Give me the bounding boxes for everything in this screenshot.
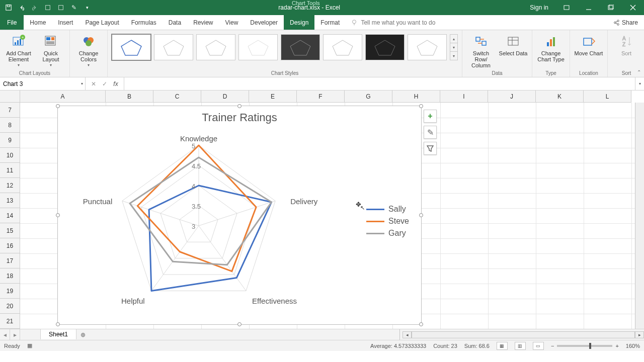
column-header[interactable]: J — [488, 90, 536, 103]
row-header[interactable]: 18 — [0, 268, 20, 284]
chart-plot-area[interactable]: KnowledgeDeliveryEffectivenessHelpfulPun… — [98, 130, 330, 311]
row-header[interactable]: 20 — [0, 299, 20, 314]
horizontal-scrollbar[interactable]: ◂▸ — [403, 329, 644, 340]
tab-scroll-left-icon[interactable]: ◂ — [0, 329, 10, 340]
macro-record-icon[interactable]: ▦ — [27, 342, 32, 349]
chart-style-1[interactable] — [112, 34, 151, 60]
worksheet-grid[interactable]: ABCDEFGHIJKL 789101112131415161718192021… — [0, 90, 644, 329]
tab-format[interactable]: Format — [314, 15, 346, 30]
row-header[interactable]: 9 — [0, 133, 20, 148]
chart-style-7[interactable] — [365, 34, 405, 60]
cancel-formula-icon[interactable]: ✕ — [90, 80, 98, 87]
zoom-out-icon[interactable]: − — [551, 343, 554, 349]
row-header[interactable]: 14 — [0, 208, 20, 223]
legend-item[interactable]: Gary — [366, 229, 409, 238]
vertical-scrollbar[interactable] — [635, 103, 644, 329]
chart-legend[interactable]: SallySteveGary — [366, 202, 409, 241]
close-icon[interactable] — [622, 0, 644, 15]
row-header[interactable]: 16 — [0, 238, 20, 253]
chart-filters-button[interactable] — [424, 142, 437, 155]
tab-file[interactable]: File — [0, 15, 24, 30]
enter-formula-icon[interactable]: ✓ — [101, 80, 109, 87]
column-header[interactable]: I — [440, 90, 488, 103]
tab-scroll-right-icon[interactable]: ▸ — [10, 329, 20, 340]
qat-btn-3[interactable]: ✎ — [68, 2, 79, 13]
tab-review[interactable]: Review — [187, 15, 219, 30]
redo-icon[interactable] — [29, 2, 40, 13]
chart-style-8[interactable] — [408, 34, 447, 60]
tab-insert[interactable]: Insert — [52, 15, 79, 30]
row-header[interactable]: 10 — [0, 148, 20, 163]
row-header[interactable]: 17 — [0, 253, 20, 268]
chart-style-6[interactable] — [323, 34, 362, 60]
column-header[interactable]: C — [153, 90, 201, 103]
column-header[interactable]: F — [297, 90, 345, 103]
expand-formula-bar-icon[interactable]: ▾ — [635, 77, 644, 90]
row-header[interactable]: 19 — [0, 284, 20, 299]
style-gallery-scroll[interactable]: ▴▾▾ — [450, 34, 458, 60]
fx-icon[interactable]: fx — [112, 80, 120, 87]
tab-formulas[interactable]: Formulas — [125, 15, 163, 30]
row-header[interactable]: 12 — [0, 178, 20, 193]
minimize-icon[interactable] — [578, 0, 600, 15]
collapse-ribbon-icon[interactable]: ⌃ — [637, 69, 641, 75]
page-layout-view-icon[interactable]: ▥ — [515, 342, 526, 350]
tab-view[interactable]: View — [219, 15, 245, 30]
row-header[interactable]: 7 — [0, 103, 20, 118]
add-chart-element-button[interactable]: + Add Chart Element▾ — [4, 31, 33, 68]
column-header[interactable]: E — [249, 90, 297, 103]
ribbon-display-options-icon[interactable] — [555, 0, 578, 15]
name-box[interactable]: Chart 3 ▾ — [0, 77, 86, 90]
qat-btn-1[interactable] — [42, 2, 53, 13]
column-header[interactable]: H — [392, 90, 440, 103]
switch-row-column-button[interactable]: Switch Row/ Column — [466, 31, 496, 68]
zoom-slider[interactable]: − + — [551, 343, 619, 349]
maximize-icon[interactable] — [600, 0, 622, 15]
chart-title[interactable]: Trainer Ratings — [58, 111, 421, 124]
undo-icon[interactable] — [16, 2, 27, 13]
select-data-button[interactable]: Select Data — [499, 31, 528, 56]
tab-home[interactable]: Home — [24, 15, 52, 30]
share-button[interactable]: Share — [607, 15, 644, 30]
chart-style-3[interactable] — [196, 34, 235, 60]
tab-data[interactable]: Data — [163, 15, 187, 30]
sheet-tab-sheet1[interactable]: Sheet1 — [40, 329, 76, 339]
quick-layout-button[interactable]: Quick Layout▾ — [36, 31, 65, 68]
normal-view-icon[interactable]: ▦ — [497, 342, 508, 350]
select-all-cell[interactable] — [0, 90, 20, 103]
column-header[interactable]: L — [584, 90, 631, 103]
tell-me-search[interactable]: Tell me what you want to do — [346, 15, 607, 30]
tab-developer[interactable]: Developer — [244, 15, 284, 30]
tab-design[interactable]: Design — [284, 15, 314, 30]
new-sheet-button[interactable]: ⊕ — [76, 329, 90, 340]
row-header[interactable]: 21 — [0, 314, 20, 329]
zoom-level[interactable]: 160% — [626, 343, 640, 349]
move-chart-button[interactable]: Move Chart — [574, 31, 603, 56]
chart-style-4[interactable] — [238, 34, 278, 60]
page-break-view-icon[interactable]: ▭ — [533, 342, 544, 350]
name-box-dropdown-icon[interactable]: ▾ — [81, 81, 83, 86]
chart-style-2[interactable] — [154, 34, 193, 60]
qat-customize-icon[interactable]: ▾ — [82, 2, 93, 13]
row-header[interactable]: 15 — [0, 223, 20, 238]
row-header[interactable]: 8 — [0, 118, 20, 133]
row-header[interactable]: 11 — [0, 163, 20, 178]
chart-styles-button[interactable]: ✎ — [424, 126, 437, 139]
legend-item[interactable]: Sally — [366, 205, 409, 214]
chart-style-5[interactable] — [281, 34, 320, 60]
chart-elements-button[interactable]: + — [424, 110, 437, 123]
qat-btn-2[interactable] — [55, 2, 66, 13]
sort-button[interactable]: AZ Sort — [612, 31, 641, 56]
column-header[interactable]: A — [20, 90, 106, 103]
column-header[interactable]: K — [536, 90, 584, 103]
zoom-in-icon[interactable]: + — [615, 343, 618, 349]
column-header[interactable]: D — [201, 90, 249, 103]
formula-input[interactable] — [124, 77, 635, 90]
save-icon[interactable] — [3, 2, 14, 13]
change-chart-type-button[interactable]: Change Chart Type — [536, 31, 566, 62]
tab-page-layout[interactable]: Page Layout — [79, 15, 125, 30]
column-header[interactable]: G — [345, 90, 392, 103]
row-header[interactable]: 13 — [0, 193, 20, 208]
change-colors-button[interactable]: Change Colors▾ — [74, 31, 103, 68]
legend-item[interactable]: Steve — [366, 217, 409, 226]
